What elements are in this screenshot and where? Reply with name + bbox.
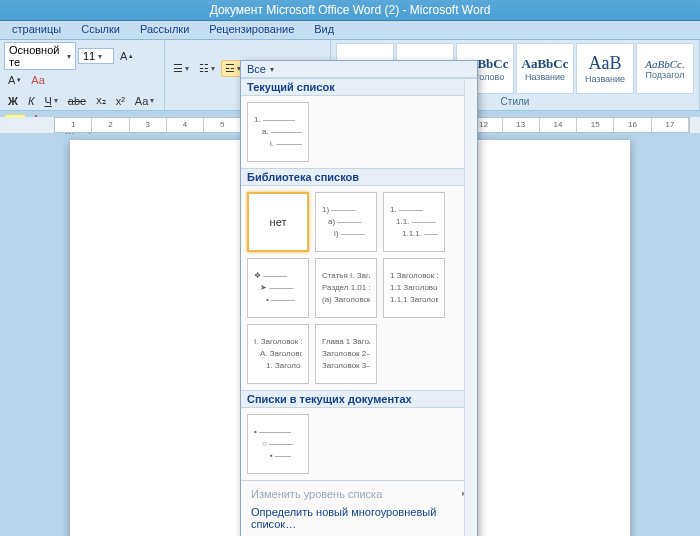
- section-list-library: Библиотека списков: [241, 168, 477, 186]
- dropdown-filter[interactable]: Все▾: [241, 61, 477, 78]
- list-thumb[interactable]: Глава 1 ЗаголЗаголовок 2——Заголовок 3——: [315, 324, 377, 384]
- ruler-tick: 16: [614, 118, 651, 132]
- ruler-tick: 4: [167, 118, 204, 132]
- font-name-value: Основной те: [9, 44, 64, 68]
- multilevel-list-dropdown: Все▾ Текущий список 1. ———— a. ———— i. —…: [240, 60, 478, 536]
- multilevel-icon: ☲: [225, 62, 235, 75]
- strike-button[interactable]: abe: [64, 93, 90, 109]
- chevron-down-icon: ▾: [270, 65, 274, 74]
- style-name: Название: [585, 74, 625, 84]
- section-current-list: Текущий список: [241, 78, 477, 96]
- chevron-down-icon: ▾: [98, 52, 102, 61]
- ribbon-tabs: страницы Ссылки Рассылки Рецензирование …: [0, 21, 700, 40]
- bullets-button[interactable]: ☰▾: [169, 60, 193, 77]
- underline-button[interactable]: Ч▾: [40, 93, 61, 109]
- tab-references[interactable]: Ссылки: [71, 21, 130, 39]
- ruler-tick: 15: [577, 118, 614, 132]
- style-item[interactable]: AaBНазвание: [576, 43, 634, 94]
- ruler-tick: 13: [503, 118, 540, 132]
- tab-mailings[interactable]: Рассылки: [130, 21, 199, 39]
- bold-button[interactable]: Ж: [4, 93, 22, 109]
- font-size-combo[interactable]: 11▾: [78, 48, 114, 64]
- bullets-icon: ☰: [173, 62, 183, 75]
- style-item[interactable]: AaBbCcНазвание: [516, 43, 574, 94]
- list-thumb[interactable]: I. Заголовок 1—A. Заголовок1. Заголо: [247, 324, 309, 384]
- list-thumb[interactable]: ❖ ———➤ ———• ———: [247, 258, 309, 318]
- superscript-button[interactable]: x²: [112, 93, 129, 109]
- ruler-tick: 14: [540, 118, 577, 132]
- list-thumb[interactable]: 1. ———1.1. ———1.1.1. ——: [383, 192, 445, 252]
- style-preview: AaBbCc: [522, 56, 569, 72]
- ruler-tick: 17: [652, 118, 689, 132]
- change-case-button[interactable]: Aa▾: [131, 93, 158, 109]
- grow-font-button[interactable]: A▴: [116, 48, 137, 64]
- change-list-level: Изменить уровень списка▸: [249, 485, 469, 503]
- section-doc-lists: Списки в текущих документах: [241, 390, 477, 408]
- italic-button[interactable]: К: [24, 93, 38, 109]
- define-new-multilevel[interactable]: Определить новый многоуровневый список…: [249, 503, 469, 533]
- list-thumb-current[interactable]: 1. ———— a. ———— i. ————: [247, 102, 309, 162]
- tab-page-layout[interactable]: страницы: [2, 21, 71, 39]
- style-name: Название: [525, 72, 565, 82]
- numbering-button[interactable]: ☷▾: [195, 60, 219, 77]
- style-preview: AaB: [589, 53, 622, 74]
- clear-format-button[interactable]: Aa: [27, 72, 48, 88]
- list-thumb-doc[interactable]: • ———— ○ ——— ▪ ——: [247, 414, 309, 474]
- tab-review[interactable]: Рецензирование: [199, 21, 304, 39]
- list-thumb-none[interactable]: нет: [247, 192, 309, 252]
- font-name-combo[interactable]: Основной те▾: [4, 42, 76, 70]
- tab-view[interactable]: Вид: [304, 21, 344, 39]
- ruler-tick: 1: [55, 118, 92, 132]
- thumb-line: 1. ————: [254, 114, 302, 126]
- chevron-down-icon: ▾: [67, 52, 71, 61]
- thumb-none-label: нет: [270, 216, 287, 228]
- list-thumb[interactable]: 1 Заголовок 1—1.1 Заголовок .1.1.1 Загол…: [383, 258, 445, 318]
- style-name: Подзагол: [646, 70, 685, 80]
- list-thumb[interactable]: 1) ———a) ———i) ———: [315, 192, 377, 252]
- dropdown-scrollbar[interactable]: [464, 79, 477, 536]
- ruler-tick: 5: [204, 118, 241, 132]
- shrink-font-button[interactable]: A▾: [4, 72, 25, 88]
- ruler-tick: 3: [130, 118, 167, 132]
- style-preview: AaBbCc.: [645, 58, 684, 70]
- style-item[interactable]: AaBbCc.Подзагол: [636, 43, 694, 94]
- thumb-line: i. ————: [254, 138, 302, 150]
- numbering-icon: ☷: [199, 62, 209, 75]
- dropdown-filter-label: Все: [247, 63, 266, 75]
- title-bar: Документ Microsoft Office Word (2) - Mic…: [0, 0, 700, 21]
- ruler-tick: 2: [92, 118, 129, 132]
- thumb-line: a. ————: [254, 126, 302, 138]
- subscript-button[interactable]: x₂: [92, 92, 110, 109]
- list-thumb[interactable]: Статья I. ЗаглРаздел 1.01 :(a) Заголовок: [315, 258, 377, 318]
- font-size-value: 11: [83, 50, 95, 62]
